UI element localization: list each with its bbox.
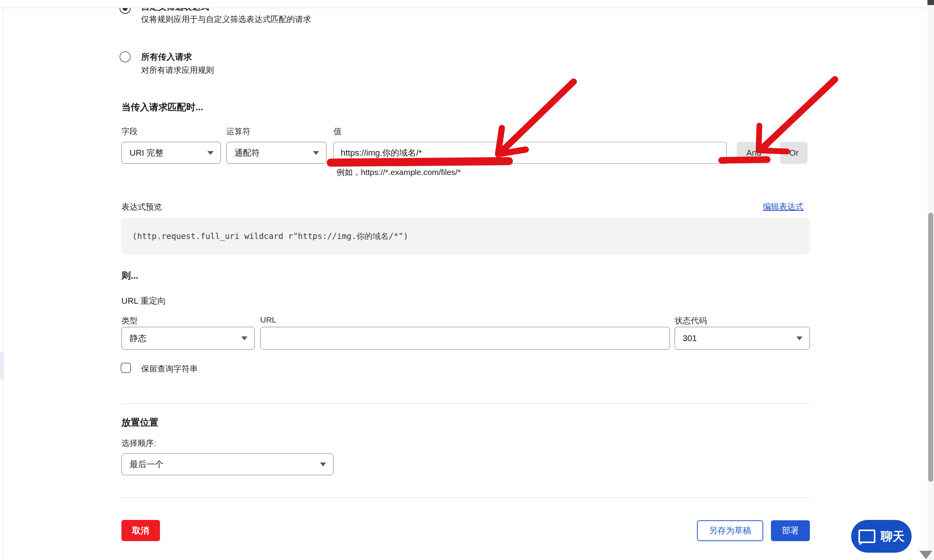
top-clip-overlay xyxy=(0,0,927,8)
value-label: 值 xyxy=(333,126,342,137)
then-section-heading: 则... xyxy=(121,269,138,282)
field-label: 字段 xyxy=(121,126,138,137)
radio-custom-filter-description: 仅将规则应用于与自定义筛选表达式匹配的请求 xyxy=(141,14,311,25)
order-select[interactable]: 最后一个 xyxy=(121,453,333,475)
value-input[interactable] xyxy=(333,142,727,164)
section-divider xyxy=(121,403,810,404)
chat-button-label: 聊天 xyxy=(881,528,905,545)
status-code-label: 状态代码 xyxy=(675,315,707,326)
operator-select[interactable]: 通配符 xyxy=(226,142,326,164)
expression-preview-label: 表达式预览 xyxy=(121,202,162,212)
and-button[interactable]: And xyxy=(737,142,771,164)
action-type-label: URL 重定向 xyxy=(121,295,166,307)
field-select-value: URI 完整 xyxy=(130,147,163,159)
scrollbar-top-corner xyxy=(927,0,934,5)
chevron-down-icon xyxy=(320,462,326,466)
preserve-query-string-label: 保留查询字符串 xyxy=(141,363,198,374)
value-example-hint: 例如，https://*.example.com/files/* xyxy=(337,167,461,178)
redirect-type-value: 静态 xyxy=(130,333,146,344)
expression-code: (http.request.full_uri wildcard r"https:… xyxy=(121,231,408,242)
cancel-button[interactable]: 取消 xyxy=(121,520,160,541)
rule-editor-page: 自定义筛选表达式 仅将规则应用于与自定义筛选表达式匹配的请求 所有传入请求 对所… xyxy=(0,0,934,560)
radio-all-incoming-requests[interactable] xyxy=(119,51,131,62)
chevron-down-icon xyxy=(796,336,803,340)
redirect-type-label: 类型 xyxy=(121,315,138,326)
operator-select-value: 通配符 xyxy=(234,147,260,159)
red-annotation-overlay xyxy=(0,0,934,560)
chat-button[interactable]: 聊天 xyxy=(851,520,912,553)
status-code-select[interactable]: 301 xyxy=(675,327,810,350)
footer-divider xyxy=(121,498,810,498)
chat-bubble-icon xyxy=(858,530,875,543)
deploy-button[interactable]: 部署 xyxy=(771,520,810,541)
save-as-draft-button[interactable]: 另存为草稿 xyxy=(697,520,763,541)
scrollbar-thumb[interactable] xyxy=(928,213,933,482)
chevron-down-icon xyxy=(207,151,214,155)
chevron-down-icon xyxy=(241,336,247,340)
status-code-value: 301 xyxy=(683,333,697,343)
left-edge-highlight xyxy=(0,353,3,379)
operator-label: 运算符 xyxy=(226,126,251,137)
corner-arrow-icon xyxy=(919,551,932,559)
panel-top-border xyxy=(0,8,934,8)
expression-preview-box: (http.request.full_uri wildcard r"https:… xyxy=(121,218,810,254)
edit-expression-link[interactable]: 编辑表达式 xyxy=(763,201,803,212)
chevron-down-icon xyxy=(313,151,319,155)
order-select-value: 最后一个 xyxy=(130,459,163,470)
redirect-type-select[interactable]: 静态 xyxy=(121,327,255,350)
or-button[interactable]: Or xyxy=(780,142,808,164)
field-select[interactable]: URI 完整 xyxy=(121,142,221,164)
panel-left-border xyxy=(3,8,3,560)
placement-heading: 放置位置 xyxy=(121,416,158,429)
radio-all-requests-label: 所有传入请求 xyxy=(141,51,192,63)
redirect-url-input[interactable] xyxy=(260,327,670,350)
match-section-heading: 当传入请求匹配时... xyxy=(121,101,203,113)
order-label: 选择顺序: xyxy=(121,438,156,449)
red-arrow-2-shaft xyxy=(762,79,835,148)
radio-all-requests-description: 对所有请求应用规则 xyxy=(141,65,214,76)
redirect-url-label: URL xyxy=(260,315,276,325)
preserve-query-string-checkbox[interactable] xyxy=(121,363,131,373)
